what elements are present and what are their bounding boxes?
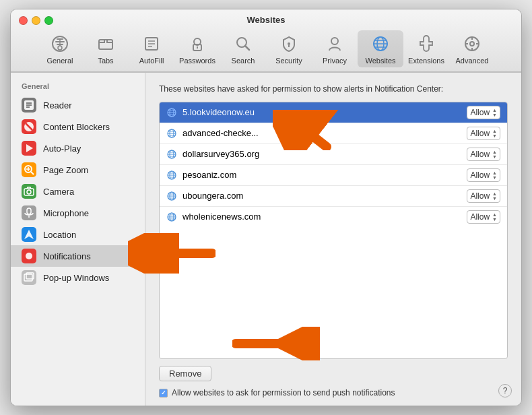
globe-icon-site6 <box>166 212 177 222</box>
allow-chevrons-site5: ▲▼ <box>492 191 497 201</box>
allow-select-site6[interactable]: Allow▲▼ <box>467 210 500 224</box>
sidebar-item-page-zoom[interactable]: Page Zoom <box>11 159 145 181</box>
bottom-controls: Remove ✓ Allow websites to ask for permi… <box>159 366 508 397</box>
website-name-site5: uboungera.com <box>182 191 467 201</box>
svg-point-25 <box>470 42 474 46</box>
allow-text-site3: Allow <box>470 150 490 159</box>
autofill-toolbar-icon <box>141 33 162 55</box>
allow-text-site2: Allow <box>470 129 490 138</box>
sidebar-item-reader[interactable]: Reader <box>11 94 145 116</box>
content-blockers-sidebar-label: Content Blockers <box>43 122 110 132</box>
allow-chevrons-site1: ▲▼ <box>492 108 497 117</box>
toolbar-item-security[interactable]: Security <box>266 30 312 67</box>
sidebar-section-label: General <box>11 81 145 94</box>
passwords-toolbar-icon <box>187 33 208 55</box>
notifications-sidebar-label: Notifications <box>43 251 91 261</box>
svg-rect-6 <box>99 40 112 49</box>
page-zoom-sidebar-icon <box>22 162 36 177</box>
checkbox-label: Allow websites to ask for permission to … <box>172 388 395 397</box>
svg-point-4 <box>58 46 62 50</box>
website-row-site3[interactable]: dollarsurvey365.orgAllow▲▼ <box>160 144 507 165</box>
auto-play-sidebar-icon <box>22 141 36 156</box>
website-row-site5[interactable]: uboungera.comAllow▲▼ <box>160 186 507 207</box>
allow-select-site4[interactable]: Allow▲▼ <box>467 168 500 182</box>
tabs-toolbar-icon <box>95 33 117 55</box>
svg-point-46 <box>26 253 32 259</box>
allow-select-site3[interactable]: Allow▲▼ <box>467 148 500 161</box>
check-mark: ✓ <box>161 389 166 396</box>
search-toolbar-label: Search <box>232 57 255 65</box>
website-row-site6[interactable]: wholenicenews.comAllow▲▼ <box>160 207 507 227</box>
panel-description: These websites have asked for permission… <box>159 84 508 95</box>
sidebar-item-auto-play[interactable]: Auto-Play <box>11 137 145 159</box>
sidebar-item-location[interactable]: Location <box>11 224 145 245</box>
website-row-site1[interactable]: 5.lookvideonow.euAllow▲▼ <box>160 102 507 123</box>
remove-button[interactable]: Remove <box>159 366 211 381</box>
toolbar-item-general[interactable]: General <box>37 30 83 67</box>
reader-sidebar-label: Reader <box>43 100 72 110</box>
website-row-site4[interactable]: pesoaniz.comAllow▲▼ <box>160 165 507 186</box>
security-toolbar-icon <box>278 33 300 55</box>
sidebar: General ReaderContent BlockersAuto-PlayP… <box>11 73 145 406</box>
general-toolbar-label: General <box>46 57 73 65</box>
allow-select-site1[interactable]: Allow▲▼ <box>467 106 500 119</box>
websites-toolbar-label: Websites <box>365 57 395 65</box>
toolbar-item-privacy[interactable]: Privacy <box>312 30 358 67</box>
titlebar: Websites GeneralTabsAutoFillPasswordsSea… <box>11 9 521 72</box>
page-zoom-sidebar-label: Page Zoom <box>43 165 88 175</box>
toolbar: GeneralTabsAutoFillPasswordsSearchSecuri… <box>37 30 495 71</box>
location-sidebar-icon <box>22 227 36 242</box>
toolbar-item-autofill[interactable]: AutoFill <box>129 30 174 67</box>
globe-icon-site1 <box>166 107 177 118</box>
search-toolbar-icon <box>232 33 254 55</box>
sidebar-item-microphone[interactable]: Microphone <box>11 202 145 224</box>
privacy-toolbar-label: Privacy <box>323 57 347 65</box>
toolbar-item-tabs[interactable]: Tabs <box>83 30 129 67</box>
svg-line-38 <box>31 172 34 174</box>
svg-line-15 <box>245 46 249 50</box>
location-sidebar-label: Location <box>43 230 76 240</box>
allow-text-site1: Allow <box>470 108 490 117</box>
allow-text-site5: Allow <box>470 191 490 201</box>
window-title: Websites <box>247 15 286 25</box>
svg-rect-47 <box>24 274 32 281</box>
toolbar-item-passwords[interactable]: Passwords <box>174 30 220 67</box>
close-button[interactable] <box>19 16 28 25</box>
tabs-toolbar-label: Tabs <box>98 57 113 65</box>
website-row-site2[interactable]: advanced-checke...Allow▲▼ <box>160 123 507 144</box>
website-name-site2: advanced-checke... <box>182 128 467 138</box>
minimize-button[interactable] <box>32 16 40 25</box>
toolbar-item-websites[interactable]: Websites <box>358 30 403 67</box>
allow-chevrons-site6: ▲▼ <box>492 212 497 222</box>
svg-point-18 <box>331 38 338 44</box>
autofill-toolbar-label: AutoFill <box>139 57 164 65</box>
extensions-toolbar-label: Extensions <box>408 57 444 65</box>
toolbar-item-extensions[interactable]: Extensions <box>403 30 449 67</box>
maximize-button[interactable] <box>44 16 53 25</box>
svg-point-42 <box>27 190 31 194</box>
sidebar-item-content-blockers[interactable]: Content Blockers <box>11 116 145 137</box>
privacy-toolbar-icon <box>324 33 345 55</box>
allow-select-site2[interactable]: Allow▲▼ <box>467 127 500 140</box>
allow-chevrons-site2: ▲▼ <box>492 129 497 138</box>
window-controls <box>19 16 53 25</box>
checkbox-row: ✓ Allow websites to ask for permission t… <box>159 388 508 397</box>
sidebar-item-pop-up-windows[interactable]: Pop-up Windows <box>11 267 145 288</box>
push-notifications-checkbox[interactable]: ✓ <box>159 389 168 397</box>
sidebar-item-camera[interactable]: Camera <box>11 181 145 202</box>
allow-text-site4: Allow <box>470 170 490 180</box>
toolbar-item-search[interactable]: Search <box>220 30 266 67</box>
camera-sidebar-label: Camera <box>43 187 74 197</box>
svg-marker-36 <box>26 144 33 152</box>
globe-icon-site4 <box>166 170 177 181</box>
website-name-site3: dollarsurvey365.org <box>182 149 467 159</box>
toolbar-item-advanced[interactable]: Advanced <box>449 30 495 67</box>
auto-play-sidebar-label: Auto-Play <box>43 143 81 154</box>
allow-select-site5[interactable]: Allow▲▼ <box>467 189 500 203</box>
advanced-toolbar-label: Advanced <box>456 57 489 65</box>
svg-point-16 <box>288 42 290 45</box>
pop-up-windows-sidebar-label: Pop-up Windows <box>43 273 109 283</box>
globe-icon-site3 <box>166 149 177 160</box>
sidebar-item-notifications[interactable]: Notifications <box>11 245 145 267</box>
help-button[interactable]: ? <box>498 384 512 397</box>
